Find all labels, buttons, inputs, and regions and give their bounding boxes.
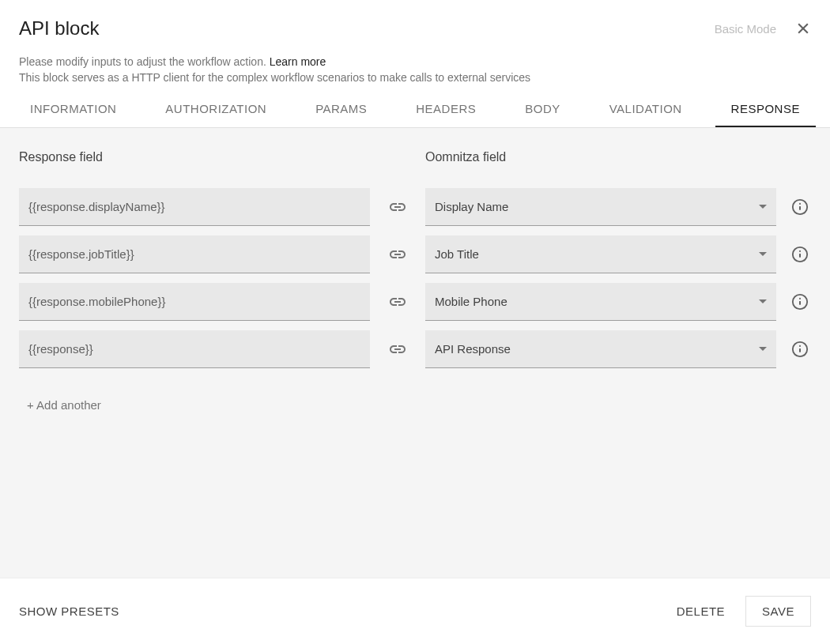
info-icon[interactable] — [791, 198, 809, 216]
page-title: API block — [19, 17, 99, 40]
info-icon[interactable] — [791, 293, 809, 311]
svg-point-10 — [799, 297, 801, 299]
close-icon[interactable] — [795, 21, 811, 36]
tab-response[interactable]: RESPONSE — [715, 102, 816, 127]
link-icon — [388, 245, 407, 264]
tab-params[interactable]: PARAMS — [300, 102, 383, 127]
add-another-button[interactable]: + Add another — [19, 398, 811, 412]
response-field-input[interactable] — [19, 283, 370, 321]
oomnitza-field-header: Oomnitza field — [425, 150, 776, 179]
response-field-input[interactable] — [19, 188, 370, 226]
oomnitza-field-select[interactable]: API Response — [425, 330, 776, 368]
response-field-input[interactable] — [19, 330, 370, 368]
show-presets-button[interactable]: SHOW PRESETS — [19, 604, 119, 618]
link-icon — [388, 198, 407, 217]
info-icon[interactable] — [791, 341, 809, 358]
tab-validation[interactable]: VALIDATION — [594, 102, 698, 127]
oomnitza-field-value: Job Title — [435, 247, 479, 261]
oomnitza-field-select[interactable]: Job Title — [425, 235, 776, 273]
tab-authorization[interactable]: AUTHORIZATION — [149, 102, 282, 127]
learn-more-link[interactable]: Learn more — [270, 55, 326, 68]
oomnitza-field-value: Mobile Phone — [435, 295, 507, 308]
chevron-down-icon — [759, 299, 767, 303]
svg-point-7 — [799, 250, 801, 251]
chevron-down-icon — [759, 205, 767, 209]
description-text-2: This block serves as a HTTP client for t… — [19, 70, 811, 85]
save-button[interactable]: SAVE — [745, 596, 811, 627]
response-field-header: Response field — [19, 150, 370, 179]
svg-point-13 — [799, 345, 801, 346]
link-icon — [388, 340, 407, 359]
link-icon — [388, 292, 407, 311]
delete-button[interactable]: DELETE — [672, 597, 730, 626]
oomnitza-field-value: Display Name — [435, 200, 508, 213]
oomnitza-field-select[interactable]: Mobile Phone — [425, 283, 776, 321]
oomnitza-field-value: API Response — [435, 342, 511, 356]
response-field-input[interactable] — [19, 235, 370, 273]
basic-mode-toggle[interactable]: Basic Mode — [715, 22, 776, 36]
tab-bar: INFORMATION AUTHORIZATION PARAMS HEADERS… — [0, 86, 830, 128]
chevron-down-icon — [759, 347, 767, 351]
oomnitza-field-select[interactable]: Display Name — [425, 188, 776, 226]
info-icon[interactable] — [791, 246, 809, 263]
tab-headers[interactable]: HEADERS — [400, 102, 492, 127]
description-text-1: Please modify inputs to adjust the workf… — [19, 55, 270, 68]
tab-information[interactable]: INFORMATION — [14, 102, 132, 127]
chevron-down-icon — [759, 252, 767, 256]
svg-point-4 — [799, 202, 801, 204]
tab-body[interactable]: BODY — [509, 102, 576, 127]
